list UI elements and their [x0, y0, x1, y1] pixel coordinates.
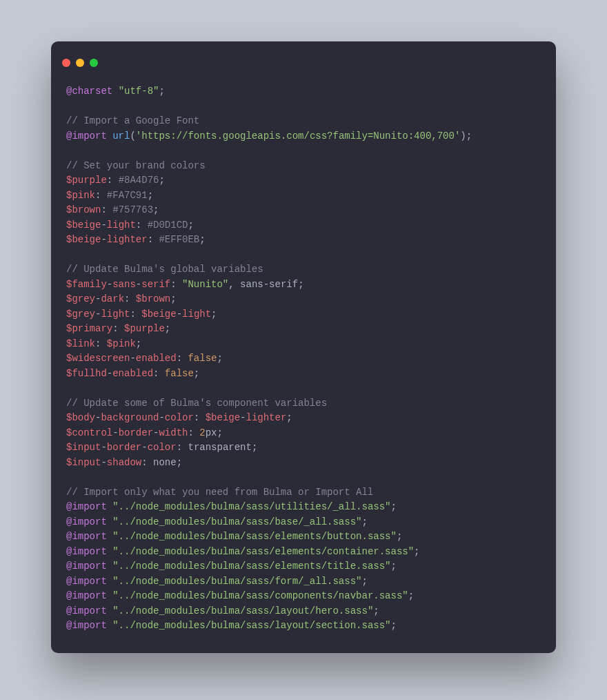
code-line: // Import only what you need from Bulma … [66, 487, 373, 498]
terminal-window: @charset "utf-8"; // Import a Google Fon… [51, 41, 556, 653]
code-token: @charset [66, 86, 119, 97]
code-token: sans [112, 279, 136, 290]
code-line: // Update some of Bulma's component vari… [66, 398, 327, 409]
code-token: $link [66, 338, 95, 349]
code-line: $input-shadow: none; [66, 457, 182, 468]
maximize-icon[interactable] [90, 59, 98, 67]
code-token: : [148, 234, 159, 245]
code-line: @import "../node_modules/bulma/sass/comp… [66, 590, 414, 601]
close-icon[interactable] [62, 59, 70, 67]
code-token: ; [188, 220, 193, 231]
code-line: $input-border-color: transparent; [66, 442, 257, 453]
code-token: : [153, 368, 165, 379]
code-token: ; [390, 561, 396, 572]
code-token: ; [397, 531, 402, 542]
code-token: ; [361, 516, 367, 527]
code-token: $pink [66, 190, 95, 201]
code-token: $purple [66, 175, 107, 186]
code-token: none [153, 457, 177, 468]
code-token: : [107, 175, 119, 186]
code-token: ; [165, 323, 170, 334]
code-token: - [240, 412, 246, 423]
code-token: enabled [136, 353, 177, 364]
code-token: $beige [141, 309, 176, 320]
code-token: color [165, 412, 194, 423]
code-line: @import "../node_modules/bulma/sass/layo… [66, 620, 397, 631]
code-token: px [206, 427, 217, 438]
code-token: serif [269, 279, 298, 290]
code-token: ; [373, 605, 379, 616]
code-token: "../node_modules/bulma/sass/layout/secti… [112, 620, 390, 631]
code-token: $widescreen [66, 353, 130, 364]
code-token: @import [66, 501, 112, 512]
code-token: transparent [188, 442, 251, 453]
code-token: $fullhd [66, 368, 107, 379]
code-line: // Set your brand colors [66, 160, 206, 171]
code-token: ; [136, 338, 141, 349]
code-token: "../node_modules/bulma/sass/base/_all.sa… [112, 516, 361, 527]
titlebar [51, 41, 556, 75]
code-token: "utf-8" [119, 86, 159, 97]
code-token: ; [170, 293, 176, 304]
code-line: $purple: #8A4D76; [66, 175, 165, 186]
code-token: : [101, 204, 112, 215]
code-token: $beige [66, 234, 101, 245]
code-token: // Import only what you need from Bulma … [66, 487, 373, 498]
code-line: // Update Bulma's global variables [66, 264, 263, 275]
code-token: ; [390, 620, 396, 631]
code-token: ; [194, 368, 199, 379]
code-token: $input [66, 457, 101, 468]
code-token: #757763 [112, 204, 153, 215]
code-token: ; [390, 501, 396, 512]
code-token: 2 [199, 427, 205, 438]
code-token: - [112, 427, 118, 438]
code-token: : [177, 442, 188, 453]
code-token: "../node_modules/bulma/sass/elements/con… [112, 546, 414, 557]
code-line: $control-border-width: 2px; [66, 427, 223, 438]
code-block[interactable]: @charset "utf-8"; // Import a Google Fon… [51, 75, 556, 653]
code-line: @import "../node_modules/bulma/sass/form… [66, 576, 368, 587]
code-line: $widescreen-enabled: false; [66, 353, 223, 364]
code-token: ; [217, 427, 223, 438]
traffic-lights [62, 59, 98, 67]
code-line: @import url('https://fonts.googleapis.co… [66, 130, 472, 142]
code-token: color [148, 442, 177, 453]
code-token: $brown [66, 204, 101, 215]
code-token: : [170, 279, 182, 290]
code-token: dark [101, 293, 124, 304]
code-token: - [159, 412, 164, 423]
code-token: - [101, 234, 106, 245]
code-token: - [101, 220, 106, 231]
code-token: ; [177, 457, 182, 468]
code-token: #D0D1CD [148, 220, 188, 231]
code-token: "../node_modules/bulma/sass/layout/hero.… [112, 605, 373, 616]
code-token: : [136, 220, 148, 231]
code-token: - [101, 442, 106, 453]
stage: @charset "utf-8"; // Import a Google Fon… [0, 0, 607, 700]
code-token: $purple [124, 323, 165, 334]
code-line: $grey-light: $beige-light; [66, 309, 217, 320]
code-token: : [177, 353, 188, 364]
code-token: $brown [136, 293, 170, 304]
code-token: ; [148, 190, 153, 201]
code-token: ; [252, 442, 257, 453]
minimize-icon[interactable] [76, 59, 84, 67]
code-token: 'https://fonts.googleapis.com/css?family… [136, 130, 460, 142]
code-line: $link: $pink; [66, 338, 141, 349]
code-token: , [228, 279, 240, 290]
code-line: @import "../node_modules/bulma/sass/elem… [66, 561, 397, 572]
code-line: $brown: #757763; [66, 204, 159, 215]
code-token: $family [66, 279, 107, 290]
code-token: ; [211, 309, 217, 320]
code-line: $beige-light: #D0D1CD; [66, 220, 194, 231]
code-line: @import "../node_modules/bulma/sass/elem… [66, 546, 420, 557]
code-token: ; [361, 576, 367, 587]
code-token: "Nunito" [182, 279, 228, 290]
code-token: ; [408, 590, 414, 601]
code-token: - [136, 279, 141, 290]
code-token: "../node_modules/bulma/sass/components/n… [112, 590, 408, 601]
code-token: light [182, 309, 211, 320]
code-token: @import [66, 620, 112, 631]
code-line: $primary: $purple; [66, 323, 170, 334]
code-token: - [177, 309, 182, 320]
